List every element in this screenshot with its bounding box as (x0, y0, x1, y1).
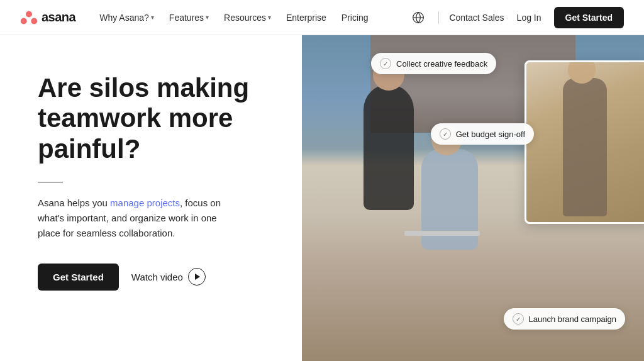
hero-subtext: Asana helps you manage projects, focus o… (38, 196, 239, 241)
contact-sales-link[interactable]: Contact Sales (449, 13, 504, 23)
nav-why-asana[interactable]: Why Asana? ▾ (93, 9, 160, 26)
svg-point-0 (26, 11, 32, 17)
nav-pricing[interactable]: Pricing (335, 9, 375, 26)
globe-icon (412, 11, 425, 24)
person-right-figure (563, 78, 607, 216)
login-link[interactable]: Log In (514, 13, 544, 23)
nav-divider (438, 11, 439, 24)
hero-section: Are silos making teamwork more painful? … (0, 35, 644, 361)
brand-name: asana (42, 10, 75, 25)
check-circle-icon: ✓ (380, 58, 391, 69)
play-circle-icon (188, 268, 206, 286)
hero-secondary-photo (525, 60, 644, 224)
badge-collect-feedback: ✓ Collect creative feedback (371, 53, 496, 74)
check-circle-icon: ✓ (513, 313, 524, 325)
watch-video-label: Watch video (131, 272, 183, 282)
badge-budget-signoff: ✓ Get budget sign-off (431, 123, 534, 145)
asana-logo-icon (20, 11, 38, 25)
person-left-figure (364, 84, 414, 210)
navigation: asana Why Asana? ▾ Features ▾ Resources … (0, 0, 644, 35)
hero-divider (38, 182, 63, 183)
nav-features[interactable]: Features ▾ (163, 9, 215, 26)
get-started-nav-button[interactable]: Get Started (554, 7, 624, 28)
get-started-hero-button[interactable]: Get Started (38, 264, 119, 291)
chevron-down-icon: ▾ (151, 14, 154, 21)
watch-video-button[interactable]: Watch video (131, 268, 206, 286)
badge-collect-label: Collect creative feedback (396, 59, 487, 69)
nav-links: Why Asana? ▾ Features ▾ Resources ▾ Ente… (93, 9, 408, 26)
play-triangle-icon (195, 274, 200, 280)
chevron-down-icon: ▾ (268, 14, 271, 21)
hero-headline: Are silos making teamwork more painful? (38, 73, 277, 164)
svg-point-1 (21, 18, 27, 24)
laptop-decoration (404, 231, 480, 236)
hero-left: Are silos making teamwork more painful? … (0, 35, 302, 361)
hero-right: ✓ Collect creative feedback ✓ Get budget… (302, 35, 644, 361)
badge-launch-campaign: ✓ Launch brand campaign (504, 308, 626, 330)
check-circle-icon: ✓ (440, 128, 451, 140)
nav-right: Contact Sales Log In Get Started (408, 7, 624, 28)
chevron-down-icon: ▾ (206, 14, 209, 21)
language-selector[interactable] (408, 8, 428, 28)
logo[interactable]: asana (20, 10, 75, 25)
nav-resources[interactable]: Resources ▾ (218, 9, 277, 26)
nav-enterprise[interactable]: Enterprise (280, 9, 333, 26)
badge-budget-label: Get budget sign-off (456, 130, 525, 139)
svg-point-2 (31, 18, 37, 24)
hero-actions: Get Started Watch video (38, 264, 277, 291)
badge-launch-label: Launch brand campaign (529, 314, 617, 324)
